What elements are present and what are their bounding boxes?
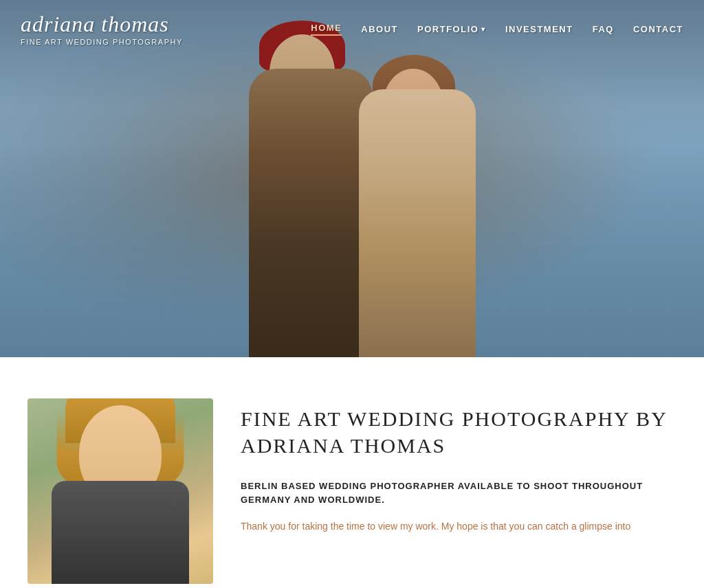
sub-heading: BERLIN BASED WEDDING PHOTOGRAPHER AVAILA… bbox=[241, 479, 676, 506]
logo-subtitle: Fine Art Wedding Photography bbox=[21, 38, 183, 46]
nav-item-portfolio[interactable]: PORTFOLIO ▾ bbox=[417, 24, 486, 34]
logo-name: adriana thomas bbox=[21, 12, 183, 36]
content-section: FINE ART WEDDING PHOTOGRAPHY BY ADRIANA … bbox=[0, 357, 704, 588]
nav-item-investment[interactable]: INVESTMENT bbox=[505, 24, 573, 34]
portrait-container bbox=[28, 398, 213, 584]
nav-item-about[interactable]: ABOUT bbox=[361, 24, 398, 34]
nav-item-faq[interactable]: FAQ bbox=[593, 24, 614, 34]
nav-item-contact[interactable]: CONTACT bbox=[633, 24, 683, 34]
site-header: adriana thomas Fine Art Wedding Photogra… bbox=[0, 0, 704, 58]
nav-item-home[interactable]: HOME bbox=[311, 23, 342, 36]
text-content: FINE ART WEDDING PHOTOGRAPHY BY ADRIANA … bbox=[241, 398, 676, 535]
hero-couple bbox=[180, 7, 524, 357]
body-text: Thank you for taking the time to view my… bbox=[241, 519, 676, 535]
chevron-down-icon: ▾ bbox=[481, 25, 486, 33]
person-right bbox=[352, 34, 483, 357]
person-right-body bbox=[359, 89, 476, 357]
logo: adriana thomas Fine Art Wedding Photogra… bbox=[21, 12, 183, 46]
portrait-background bbox=[28, 398, 213, 584]
portrait-body bbox=[52, 481, 189, 584]
main-heading: FINE ART WEDDING PHOTOGRAPHY BY ADRIANA … bbox=[241, 405, 676, 459]
main-nav: HOME ABOUT PORTFOLIO ▾ INVESTMENT FAQ CO… bbox=[311, 23, 683, 36]
